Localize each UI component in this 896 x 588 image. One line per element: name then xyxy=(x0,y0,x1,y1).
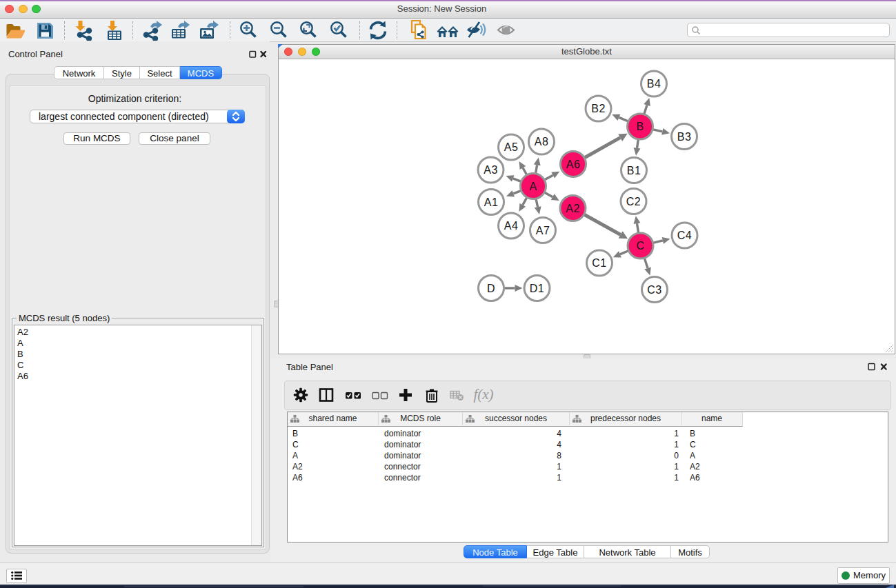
svg-text:B4: B4 xyxy=(647,78,661,90)
svg-text:A8: A8 xyxy=(535,136,549,148)
svg-text:C3: C3 xyxy=(647,284,661,296)
svg-text:A7: A7 xyxy=(536,225,550,236)
svg-text:A6: A6 xyxy=(566,159,581,170)
svg-text:C2: C2 xyxy=(626,196,641,207)
svg-text:A: A xyxy=(529,181,537,192)
svg-text:A5: A5 xyxy=(504,141,519,153)
svg-text:C1: C1 xyxy=(592,257,606,269)
svg-text:B1: B1 xyxy=(627,165,641,176)
svg-text:B3: B3 xyxy=(677,131,692,143)
svg-text:A3: A3 xyxy=(484,164,498,176)
svg-text:D1: D1 xyxy=(530,283,544,294)
svg-text:C: C xyxy=(636,240,644,252)
svg-text:A4: A4 xyxy=(504,220,519,232)
svg-text:C4: C4 xyxy=(677,230,692,241)
svg-text:A1: A1 xyxy=(484,196,499,208)
svg-text:B: B xyxy=(636,121,644,132)
svg-text:A2: A2 xyxy=(566,203,580,214)
svg-text:D: D xyxy=(487,283,495,294)
svg-text:B2: B2 xyxy=(591,103,606,114)
